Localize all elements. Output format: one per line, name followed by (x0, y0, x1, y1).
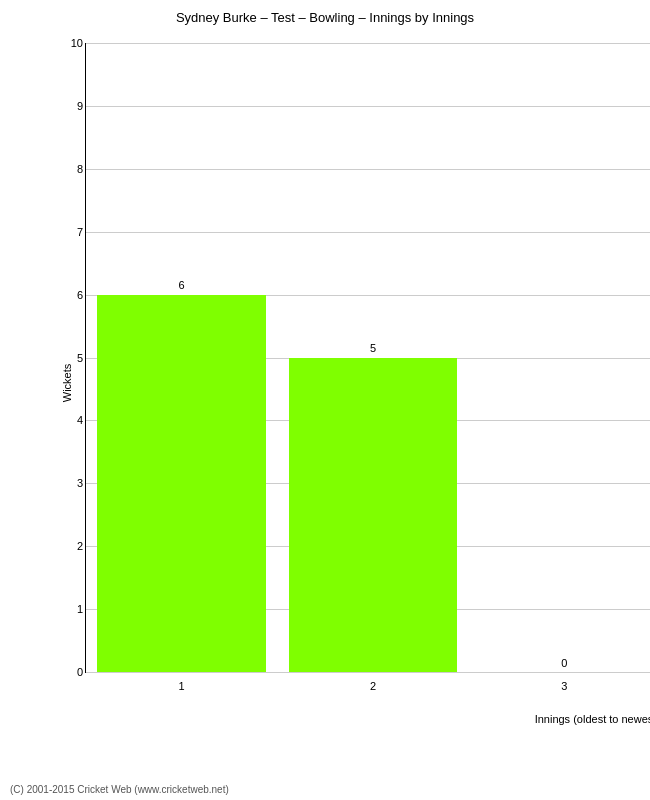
y-axis-label: Wickets (61, 364, 73, 403)
gridline-10 (86, 43, 650, 44)
x-tick-label-2: 2 (370, 680, 376, 692)
gridline-8 (86, 169, 650, 170)
chart-area: Wickets 012345678910615203 Innings (olde… (40, 33, 650, 733)
y-tick-label-0: 0 (58, 666, 83, 678)
bar-label-innings-3: 0 (480, 657, 648, 669)
bar-innings-1 (97, 295, 265, 672)
x-axis-label: Innings (oldest to newest) (535, 713, 650, 725)
y-tick-label-6: 6 (58, 289, 83, 301)
y-tick-label-3: 3 (58, 477, 83, 489)
chart-container: Sydney Burke – Test – Bowling – Innings … (0, 0, 650, 800)
gridline-7 (86, 232, 650, 233)
gridline-0 (86, 672, 650, 673)
chart-title: Sydney Burke – Test – Bowling – Innings … (10, 10, 640, 25)
y-tick-label-5: 5 (58, 352, 83, 364)
copyright-text: (C) 2001-2015 Cricket Web (www.cricketwe… (10, 784, 229, 795)
plot-area: 012345678910615203 (85, 43, 650, 673)
y-tick-label-1: 1 (58, 603, 83, 615)
y-tick-label-10: 10 (58, 37, 83, 49)
x-tick-label-1: 1 (179, 680, 185, 692)
y-tick-label-2: 2 (58, 540, 83, 552)
gridline-9 (86, 106, 650, 107)
y-tick-label-4: 4 (58, 414, 83, 426)
y-tick-label-9: 9 (58, 100, 83, 112)
bar-label-innings-2: 5 (289, 342, 457, 354)
bar-label-innings-1: 6 (97, 279, 265, 291)
y-tick-label-8: 8 (58, 163, 83, 175)
y-tick-label-7: 7 (58, 226, 83, 238)
bar-innings-2 (289, 358, 457, 673)
x-tick-label-3: 3 (561, 680, 567, 692)
